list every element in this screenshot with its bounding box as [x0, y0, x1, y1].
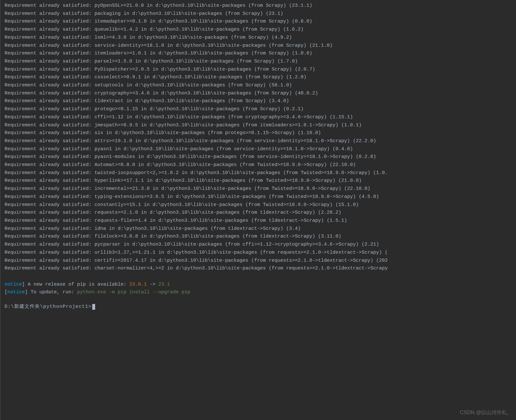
requirement-line: Requirement already satisfied: attrs>=19…: [5, 137, 516, 145]
requirement-line: Requirement already satisfied: charset-n…: [5, 265, 516, 273]
requirement-line: Requirement already satisfied: cssselect…: [5, 73, 516, 82]
requirement-line: Requirement already satisfied: setuptool…: [5, 82, 516, 90]
requirement-line: Requirement already satisfied: increment…: [5, 185, 516, 193]
requirement-line: Requirement already satisfied: itemadapt…: [5, 18, 516, 26]
requirement-line: Requirement already satisfied: itemloade…: [5, 50, 516, 58]
requirement-line: Requirement already satisfied: pyOpenSSL…: [5, 2, 516, 10]
requirement-line: Requirement already satisfied: pyasn1-mo…: [5, 153, 516, 161]
requirement-line: Requirement already satisfied: pyasn1 in…: [5, 145, 516, 153]
requirement-line: Requirement already satisfied: twisted-i…: [5, 169, 516, 177]
requirement-line: Requirement already satisfied: requests-…: [5, 217, 516, 225]
requirement-line: Requirement already satisfied: six in d:…: [5, 129, 516, 137]
requirement-line: Requirement already satisfied: lxml>=4.3…: [5, 34, 516, 42]
terminal-output[interactable]: Requirement already satisfied: pyOpenSSL…: [5, 2, 516, 273]
old-version: 23.0.1: [129, 282, 147, 287]
requirement-line: Requirement already satisfied: requests>…: [5, 209, 516, 217]
requirement-line: Requirement already satisfied: idna in d…: [5, 225, 516, 233]
requirement-line: Requirement already satisfied: hyperlink…: [5, 177, 516, 185]
new-version: 23.1: [158, 282, 170, 287]
pip-notice-update-command: [notice] To update, run: python.exe -m p…: [5, 288, 516, 297]
requirement-line: Requirement already satisfied: certifi>=…: [5, 257, 516, 265]
requirement-line: Requirement already satisfied: tldextrac…: [5, 97, 516, 105]
prompt-path: D:\新建文件夹\pythonProject1>: [5, 303, 92, 311]
command-prompt[interactable]: D:\新建文件夹\pythonProject1>: [5, 303, 516, 311]
pip-notice-update-available: notice] A new release of pip is availabl…: [5, 281, 516, 289]
requirement-line: Requirement already satisfied: packaging…: [5, 10, 516, 18]
notice-label: notice: [7, 289, 25, 295]
requirement-line: Requirement already satisfied: Automat>=…: [5, 161, 516, 169]
watermark: CSDN @以山河作礼。: [460, 409, 512, 417]
requirement-line: Requirement already satisfied: service-i…: [5, 42, 516, 50]
upgrade-command: python.exe -m pip install --upgrade pip: [77, 289, 190, 295]
requirement-line: Requirement already satisfied: urllib3<1…: [5, 249, 516, 257]
requirement-line: Requirement already satisfied: cffi>=1.1…: [5, 113, 516, 122]
blank-line: [5, 273, 516, 281]
requirement-line: Requirement already satisfied: jmespath>…: [5, 122, 516, 130]
requirement-line: Requirement already satisfied: parsel>=1…: [5, 58, 516, 66]
requirement-line: Requirement already satisfied: cryptogra…: [5, 90, 516, 98]
requirement-line: Requirement already satisfied: PyDispatc…: [5, 66, 516, 74]
requirement-line: Requirement already satisfied: queuelib>…: [5, 26, 516, 34]
notice-label: notice: [5, 282, 22, 287]
requirement-line: Requirement already satisfied: pycparser…: [5, 241, 516, 249]
requirement-line: Requirement already satisfied: filelock>…: [5, 233, 516, 241]
cursor-icon: [92, 304, 95, 310]
requirement-line: Requirement already satisfied: protego>=…: [5, 105, 516, 113]
requirement-line: Requirement already satisfied: typing-ex…: [5, 193, 516, 201]
requirement-line: Requirement already satisfied: constantl…: [5, 201, 516, 209]
